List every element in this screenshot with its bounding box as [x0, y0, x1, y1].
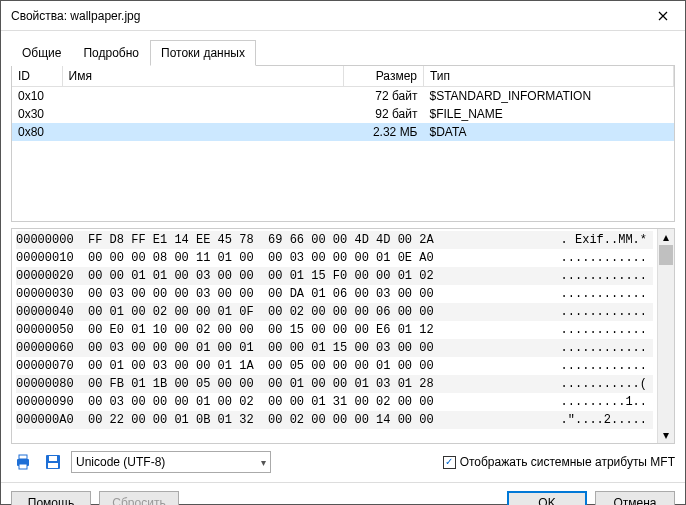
col-id[interactable]: ID	[12, 66, 62, 87]
mft-checkbox[interactable]: ✓	[443, 456, 456, 469]
table-row[interactable]: 0x10 72 байт $STANDARD_INFORMATION	[12, 87, 674, 106]
streams-table: ID Имя Размер Тип 0x10 72 байт $STANDARD…	[12, 66, 674, 221]
encoding-value: Unicode (UTF-8)	[76, 455, 165, 469]
tab-general[interactable]: Общие	[11, 40, 72, 66]
tab-streams[interactable]: Потоки данных	[150, 40, 256, 66]
print-icon	[14, 453, 32, 471]
svg-rect-4	[49, 456, 57, 461]
chevron-down-icon: ▾	[261, 457, 266, 468]
scroll-thumb[interactable]	[659, 245, 673, 265]
hex-viewer: 00000000FF D8 FF E1 14 EE 45 78 69 66 00…	[11, 228, 675, 444]
tab-details[interactable]: Подробно	[72, 40, 150, 66]
print-button[interactable]	[11, 450, 35, 474]
close-icon	[658, 11, 668, 21]
save-icon	[44, 453, 62, 471]
scroll-down-arrow[interactable]: ▾	[658, 427, 674, 443]
hex-scrollbar[interactable]: ▴ ▾	[657, 229, 674, 443]
hex-row[interactable]: 0000008000 FB 01 1B 00 05 00 00 00 01 00…	[16, 375, 653, 393]
hex-row[interactable]: 0000001000 00 00 08 00 11 01 00 00 03 00…	[16, 249, 653, 267]
col-type[interactable]: Тип	[424, 66, 674, 87]
table-row[interactable]: 0x80 2.32 МБ $DATA	[12, 123, 674, 141]
ok-button[interactable]: OK	[507, 491, 587, 505]
hex-row[interactable]: 0000003000 03 00 00 00 03 00 00 00 DA 01…	[16, 285, 653, 303]
encoding-select[interactable]: Unicode (UTF-8) ▾	[71, 451, 271, 473]
mft-checkbox-label: Отображать системные атрибуты MFT	[460, 455, 675, 469]
hex-row[interactable]: 0000009000 03 00 00 00 01 00 02 00 00 01…	[16, 393, 653, 411]
hex-row[interactable]: 0000006000 03 00 00 00 01 00 01 00 00 01…	[16, 339, 653, 357]
hex-row[interactable]: 0000007000 01 00 03 00 00 01 1A 00 05 00…	[16, 357, 653, 375]
hex-row[interactable]: 0000002000 00 01 01 00 03 00 00 00 01 15…	[16, 267, 653, 285]
tab-strip: Общие Подробно Потоки данных	[11, 39, 675, 66]
hex-row[interactable]: 00000000FF D8 FF E1 14 EE 45 78 69 66 00…	[16, 231, 653, 249]
scroll-up-arrow[interactable]: ▴	[658, 229, 674, 245]
svg-rect-1	[19, 455, 27, 459]
window-title: Свойства: wallpaper.jpg	[11, 9, 640, 23]
col-name[interactable]: Имя	[62, 66, 344, 87]
cancel-button[interactable]: Отмена	[595, 491, 675, 505]
table-row[interactable]: 0x30 92 байт $FILE_NAME	[12, 105, 674, 123]
save-button[interactable]	[41, 450, 65, 474]
svg-rect-5	[48, 463, 58, 468]
svg-rect-2	[19, 464, 27, 469]
help-button[interactable]: Помощь	[11, 491, 91, 505]
close-button[interactable]	[640, 1, 685, 30]
col-size[interactable]: Размер	[344, 66, 424, 87]
hex-row[interactable]: 0000004000 01 00 02 00 00 01 0F 00 02 00…	[16, 303, 653, 321]
hex-row[interactable]: 000000A000 22 00 00 01 0B 01 32 00 02 00…	[16, 411, 653, 429]
reset-button[interactable]: Сбросить	[99, 491, 179, 505]
hex-row[interactable]: 0000005000 E0 01 10 00 02 00 00 00 15 00…	[16, 321, 653, 339]
